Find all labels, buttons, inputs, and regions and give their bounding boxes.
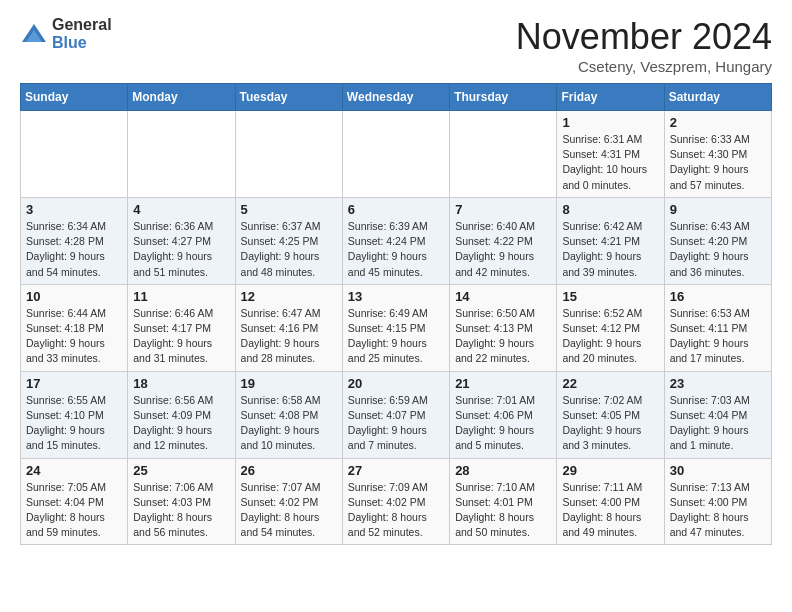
weekday-header-row: SundayMondayTuesdayWednesdayThursdayFrid…: [21, 84, 772, 111]
calendar-cell: 15Sunrise: 6:52 AMSunset: 4:12 PMDayligh…: [557, 284, 664, 371]
day-info: Sunrise: 6:47 AMSunset: 4:16 PMDaylight:…: [241, 306, 337, 367]
calendar-cell: 25Sunrise: 7:06 AMSunset: 4:03 PMDayligh…: [128, 458, 235, 545]
day-number: 7: [455, 202, 551, 217]
calendar-cell: 13Sunrise: 6:49 AMSunset: 4:15 PMDayligh…: [342, 284, 449, 371]
calendar-cell: [342, 111, 449, 198]
weekday-sunday: Sunday: [21, 84, 128, 111]
calendar-cell: 26Sunrise: 7:07 AMSunset: 4:02 PMDayligh…: [235, 458, 342, 545]
logo-general: General: [52, 16, 112, 34]
day-number: 23: [670, 376, 766, 391]
calendar-cell: 19Sunrise: 6:58 AMSunset: 4:08 PMDayligh…: [235, 371, 342, 458]
day-number: 11: [133, 289, 229, 304]
day-info: Sunrise: 6:52 AMSunset: 4:12 PMDaylight:…: [562, 306, 658, 367]
day-info: Sunrise: 6:40 AMSunset: 4:22 PMDaylight:…: [455, 219, 551, 280]
day-info: Sunrise: 6:31 AMSunset: 4:31 PMDaylight:…: [562, 132, 658, 193]
logo: General Blue: [20, 16, 112, 51]
weekday-tuesday: Tuesday: [235, 84, 342, 111]
calendar-cell: 22Sunrise: 7:02 AMSunset: 4:05 PMDayligh…: [557, 371, 664, 458]
calendar-cell: 7Sunrise: 6:40 AMSunset: 4:22 PMDaylight…: [450, 197, 557, 284]
calendar-cell: 24Sunrise: 7:05 AMSunset: 4:04 PMDayligh…: [21, 458, 128, 545]
day-info: Sunrise: 7:09 AMSunset: 4:02 PMDaylight:…: [348, 480, 444, 541]
calendar-cell: 21Sunrise: 7:01 AMSunset: 4:06 PMDayligh…: [450, 371, 557, 458]
day-info: Sunrise: 7:10 AMSunset: 4:01 PMDaylight:…: [455, 480, 551, 541]
calendar-cell: 12Sunrise: 6:47 AMSunset: 4:16 PMDayligh…: [235, 284, 342, 371]
day-info: Sunrise: 6:33 AMSunset: 4:30 PMDaylight:…: [670, 132, 766, 193]
calendar-cell: 5Sunrise: 6:37 AMSunset: 4:25 PMDaylight…: [235, 197, 342, 284]
day-number: 10: [26, 289, 122, 304]
day-number: 4: [133, 202, 229, 217]
day-number: 25: [133, 463, 229, 478]
day-number: 18: [133, 376, 229, 391]
weekday-thursday: Thursday: [450, 84, 557, 111]
day-number: 5: [241, 202, 337, 217]
title-block: November 2024 Cseteny, Veszprem, Hungary: [516, 16, 772, 75]
day-number: 21: [455, 376, 551, 391]
day-number: 3: [26, 202, 122, 217]
calendar-header: SundayMondayTuesdayWednesdayThursdayFrid…: [21, 84, 772, 111]
day-info: Sunrise: 7:06 AMSunset: 4:03 PMDaylight:…: [133, 480, 229, 541]
logo-icon: [20, 20, 48, 48]
calendar-cell: 23Sunrise: 7:03 AMSunset: 4:04 PMDayligh…: [664, 371, 771, 458]
day-number: 20: [348, 376, 444, 391]
calendar-cell: [235, 111, 342, 198]
calendar-cell: 11Sunrise: 6:46 AMSunset: 4:17 PMDayligh…: [128, 284, 235, 371]
calendar-cell: 10Sunrise: 6:44 AMSunset: 4:18 PMDayligh…: [21, 284, 128, 371]
calendar-cell: 30Sunrise: 7:13 AMSunset: 4:00 PMDayligh…: [664, 458, 771, 545]
calendar-cell: 8Sunrise: 6:42 AMSunset: 4:21 PMDaylight…: [557, 197, 664, 284]
day-number: 19: [241, 376, 337, 391]
calendar-body: 1Sunrise: 6:31 AMSunset: 4:31 PMDaylight…: [21, 111, 772, 545]
day-number: 26: [241, 463, 337, 478]
day-info: Sunrise: 6:44 AMSunset: 4:18 PMDaylight:…: [26, 306, 122, 367]
day-info: Sunrise: 7:02 AMSunset: 4:05 PMDaylight:…: [562, 393, 658, 454]
calendar-week-4: 24Sunrise: 7:05 AMSunset: 4:04 PMDayligh…: [21, 458, 772, 545]
day-number: 27: [348, 463, 444, 478]
day-info: Sunrise: 6:58 AMSunset: 4:08 PMDaylight:…: [241, 393, 337, 454]
calendar-cell: 4Sunrise: 6:36 AMSunset: 4:27 PMDaylight…: [128, 197, 235, 284]
logo-text: General Blue: [52, 16, 112, 51]
day-info: Sunrise: 7:11 AMSunset: 4:00 PMDaylight:…: [562, 480, 658, 541]
day-number: 13: [348, 289, 444, 304]
day-info: Sunrise: 7:03 AMSunset: 4:04 PMDaylight:…: [670, 393, 766, 454]
weekday-saturday: Saturday: [664, 84, 771, 111]
calendar-week-0: 1Sunrise: 6:31 AMSunset: 4:31 PMDaylight…: [21, 111, 772, 198]
day-info: Sunrise: 6:55 AMSunset: 4:10 PMDaylight:…: [26, 393, 122, 454]
day-number: 15: [562, 289, 658, 304]
day-info: Sunrise: 6:53 AMSunset: 4:11 PMDaylight:…: [670, 306, 766, 367]
day-number: 29: [562, 463, 658, 478]
day-info: Sunrise: 7:01 AMSunset: 4:06 PMDaylight:…: [455, 393, 551, 454]
month-title: November 2024: [516, 16, 772, 58]
calendar-week-2: 10Sunrise: 6:44 AMSunset: 4:18 PMDayligh…: [21, 284, 772, 371]
day-info: Sunrise: 6:46 AMSunset: 4:17 PMDaylight:…: [133, 306, 229, 367]
day-info: Sunrise: 7:07 AMSunset: 4:02 PMDaylight:…: [241, 480, 337, 541]
calendar-cell: 3Sunrise: 6:34 AMSunset: 4:28 PMDaylight…: [21, 197, 128, 284]
page-header: General Blue November 2024 Cseteny, Vesz…: [20, 16, 772, 75]
day-info: Sunrise: 7:13 AMSunset: 4:00 PMDaylight:…: [670, 480, 766, 541]
calendar-cell: 17Sunrise: 6:55 AMSunset: 4:10 PMDayligh…: [21, 371, 128, 458]
calendar-cell: 14Sunrise: 6:50 AMSunset: 4:13 PMDayligh…: [450, 284, 557, 371]
calendar-cell: 9Sunrise: 6:43 AMSunset: 4:20 PMDaylight…: [664, 197, 771, 284]
calendar-week-1: 3Sunrise: 6:34 AMSunset: 4:28 PMDaylight…: [21, 197, 772, 284]
calendar-cell: [128, 111, 235, 198]
day-info: Sunrise: 6:37 AMSunset: 4:25 PMDaylight:…: [241, 219, 337, 280]
calendar-cell: 2Sunrise: 6:33 AMSunset: 4:30 PMDaylight…: [664, 111, 771, 198]
day-number: 8: [562, 202, 658, 217]
day-info: Sunrise: 7:05 AMSunset: 4:04 PMDaylight:…: [26, 480, 122, 541]
calendar-cell: 1Sunrise: 6:31 AMSunset: 4:31 PMDaylight…: [557, 111, 664, 198]
day-number: 12: [241, 289, 337, 304]
calendar-cell: 29Sunrise: 7:11 AMSunset: 4:00 PMDayligh…: [557, 458, 664, 545]
calendar-cell: [21, 111, 128, 198]
day-number: 1: [562, 115, 658, 130]
day-info: Sunrise: 6:42 AMSunset: 4:21 PMDaylight:…: [562, 219, 658, 280]
day-number: 22: [562, 376, 658, 391]
day-number: 30: [670, 463, 766, 478]
weekday-wednesday: Wednesday: [342, 84, 449, 111]
day-number: 2: [670, 115, 766, 130]
calendar-cell: 16Sunrise: 6:53 AMSunset: 4:11 PMDayligh…: [664, 284, 771, 371]
calendar-table: SundayMondayTuesdayWednesdayThursdayFrid…: [20, 83, 772, 545]
day-number: 24: [26, 463, 122, 478]
location: Cseteny, Veszprem, Hungary: [516, 58, 772, 75]
weekday-friday: Friday: [557, 84, 664, 111]
calendar-cell: 6Sunrise: 6:39 AMSunset: 4:24 PMDaylight…: [342, 197, 449, 284]
day-number: 14: [455, 289, 551, 304]
day-info: Sunrise: 6:43 AMSunset: 4:20 PMDaylight:…: [670, 219, 766, 280]
